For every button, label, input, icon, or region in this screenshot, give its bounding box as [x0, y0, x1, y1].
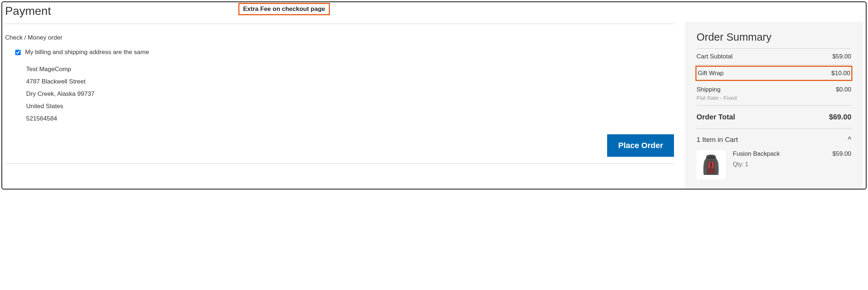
payment-method-title: Check / Money order	[5, 34, 674, 41]
chevron-up-icon: ^	[848, 135, 851, 144]
cart-item: Fusion Backpack Qty: 1 $59.00	[697, 149, 851, 179]
cart-items-toggle[interactable]: 1 Item in Cart ^	[697, 129, 851, 149]
summary-label: Shipping	[697, 86, 720, 93]
summary-value: $0.00	[836, 86, 851, 101]
summary-row-giftwrap: Gift Wrap $10.00	[695, 66, 852, 81]
summary-label: Cart Subtotal	[697, 53, 732, 60]
product-name: Fusion Backpack	[733, 150, 780, 158]
summary-label: Gift Wrap	[698, 70, 723, 77]
order-summary-title: Order Summary	[697, 31, 851, 49]
summary-row-total: Order Total $69.00	[697, 106, 851, 129]
divider	[5, 24, 674, 24]
summary-row-subtotal: Cart Subtotal $59.00	[697, 49, 851, 65]
product-price: $59.00	[832, 150, 851, 168]
page-title: Payment	[5, 4, 674, 18]
total-value: $69.00	[829, 113, 851, 121]
total-label: Order Total	[697, 113, 735, 121]
address-phone: 521564584	[26, 113, 674, 125]
svg-rect-0	[710, 162, 712, 167]
place-order-button[interactable]: Place Order	[607, 134, 674, 157]
summary-value: $59.00	[832, 53, 851, 60]
summary-sublabel: Flat Rate - Fixed	[697, 95, 737, 101]
address-country: United States	[26, 100, 674, 113]
billing-address: Test MageComp 4787 Blackwell Street Dry …	[26, 63, 674, 125]
billing-same-label: My billing and shipping address are the …	[25, 49, 149, 56]
address-city-region-zip: Dry Creek, Alaska 99737	[26, 88, 674, 100]
billing-same-checkbox[interactable]	[15, 50, 21, 55]
address-street: 4787 Blackwell Street	[26, 75, 674, 88]
address-name: Test MageComp	[26, 63, 674, 75]
qty-label: Qty:	[733, 161, 743, 167]
backpack-icon	[698, 152, 724, 177]
qty-value: 1	[745, 161, 748, 167]
divider	[5, 163, 674, 164]
summary-row-shipping: Shipping Flat Rate - Fixed $0.00	[697, 82, 851, 106]
payment-section: Payment Check / Money order My billing a…	[5, 4, 674, 189]
summary-value: $10.00	[831, 70, 850, 77]
cart-toggle-label: 1 Item in Cart	[697, 136, 738, 144]
product-thumbnail	[697, 150, 726, 179]
order-summary: Order Summary Cart Subtotal $59.00 Gift …	[685, 22, 863, 189]
